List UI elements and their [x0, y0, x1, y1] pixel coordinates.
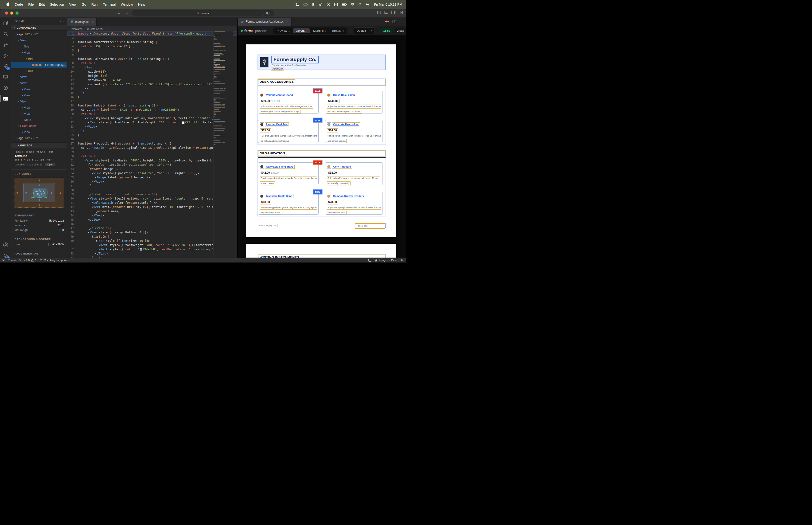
activity-explorer-icon[interactable]	[0, 18, 11, 28]
code-line[interactable]: 51 <Text style={{ fontWeight: 700, color…	[67, 243, 237, 247]
product-name-link[interactable]: Leather Desk Mat	[265, 122, 289, 126]
remote-indicator[interactable]: ><	[2, 259, 4, 261]
tab-forme-preview[interactable]: Forme: templates/catalog.tsx ×	[238, 18, 292, 26]
code-line[interactable]: 36 </View>	[67, 180, 237, 184]
sidebar-right-icon[interactable]	[392, 11, 395, 14]
menu-item-code[interactable]: Code	[12, 3, 26, 6]
code-line[interactable]: 53 </Text>	[67, 252, 237, 256]
tree-item-none[interactable]: None	[11, 117, 67, 123]
back-button[interactable]: ←	[118, 11, 121, 15]
code-editor[interactable]: 1import { Document, Page, View, Text, Sv…	[67, 31, 237, 261]
preview-canvas[interactable]: Forme Supply Co. Curated essentials for …	[238, 36, 406, 261]
code-line[interactable]: 25}	[67, 133, 237, 137]
code-line[interactable]: 41 <ColorSwatch color={product.color} />	[67, 201, 237, 205]
code-line[interactable]: 5}	[67, 48, 237, 52]
tree-item-view[interactable]: ▾View	[11, 99, 67, 105]
code-line[interactable]: 38	[67, 188, 237, 192]
code-line[interactable]: 28 const hasSale = product.originalPrice…	[67, 146, 237, 150]
tree-item-view[interactable]: ▾View	[11, 49, 67, 56]
code-line[interactable]: 33 {product.badge && (	[67, 167, 237, 171]
input-source-icon[interactable]: A	[334, 3, 338, 6]
control-center-icon[interactable]	[366, 3, 369, 6]
tree-item-view[interactable]: ▸View	[11, 92, 67, 99]
tree-item-text[interactable]: ▸Text	[11, 68, 67, 74]
play-circle-icon[interactable]	[326, 3, 330, 6]
extension-robot-icon[interactable]	[368, 259, 371, 262]
code-line[interactable]: 32 {/* Badge — absolutely positioned top…	[67, 163, 237, 167]
update-status[interactable]: Checking for updates...	[40, 259, 72, 261]
code-line[interactable]: 8 return (	[67, 61, 237, 65]
preview-tab-breaks[interactable]: Breaks4	[330, 28, 347, 33]
code-line[interactable]: 37 )}	[67, 184, 237, 188]
code-line[interactable]: 10 width={14}	[67, 70, 237, 74]
tree-item-view[interactable]: ▾View	[11, 38, 67, 44]
preview-tab-layout[interactable]: Layout2	[293, 28, 310, 33]
command-center-search[interactable]: forme	[132, 10, 274, 16]
code-line[interactable]: 26	[67, 137, 237, 141]
code-line[interactable]: 40 <View style={{ flexDirection: 'row', …	[67, 196, 237, 201]
code-line[interactable]: 17	[67, 99, 237, 103]
search-icon[interactable]	[358, 3, 362, 6]
code-line[interactable]: 21 <View style={{ backgroundColor: bg, b…	[67, 116, 237, 120]
activity-account-icon[interactable]	[0, 239, 11, 250]
product-name-link[interactable]: Stackable Filing Trays	[265, 165, 295, 169]
product-name-link[interactable]: Concrete Pen Holder	[332, 122, 360, 126]
activity-run-debug-icon[interactable]	[0, 50, 11, 61]
forward-button[interactable]: →	[125, 11, 129, 15]
tree-item-text[interactable]: ▾Text	[11, 56, 67, 62]
menu-item-selection[interactable]: Selection	[47, 3, 67, 6]
tree-item-page[interactable]: ▾Page612 x 792	[11, 135, 67, 141]
tree-item-view[interactable]: ▸View	[11, 105, 67, 111]
activity-remote-window-icon[interactable]	[0, 72, 11, 82]
activity-search-icon[interactable]	[0, 28, 11, 39]
activity-extensions-icon[interactable]: 1	[0, 61, 11, 72]
tree-item-view[interactable]: ▸View	[11, 86, 67, 92]
apple-icon[interactable]	[6, 2, 10, 7]
code-line[interactable]: 6	[67, 52, 237, 57]
code-line[interactable]: 18function Badge({ label }: { label: str…	[67, 103, 237, 108]
product-name-link[interactable]: Walnut Monitor Stand	[265, 93, 294, 97]
code-line[interactable]: 34 <View style={{ position: 'absolute', …	[67, 171, 237, 175]
activity-forme-icon[interactable]	[0, 93, 11, 104]
tree-item-textline[interactable]: TextLine"Forme Supply...	[11, 62, 67, 68]
code-line[interactable]: 44 </Text>	[67, 213, 237, 217]
zoom-button[interactable]	[16, 12, 18, 15]
code-line[interactable]: 48 <View style={{ marginBottom: 4 }}>	[67, 230, 237, 235]
activity-package-icon[interactable]	[0, 82, 11, 93]
code-line[interactable]: 22 <Text style={{ fontSize: 7, fontWeigh…	[67, 120, 237, 124]
code-line[interactable]: 45 </View>	[67, 217, 237, 222]
code-line[interactable]: 4 return `$${price.toFixed(2)}`;	[67, 44, 237, 48]
code-line[interactable]: 31 <View style={{ flexBasis: '48%', heig…	[67, 159, 237, 163]
code-line[interactable]: 29	[67, 150, 237, 154]
code-line[interactable]: 23 </View>	[67, 124, 237, 129]
code-line[interactable]: 20 return (	[67, 112, 237, 116]
inspector-source-link[interactable]: catalog.tsx:114:13	[15, 163, 43, 166]
menu-item-file[interactable]: File	[26, 3, 36, 6]
menu-item-run[interactable]: Run	[89, 3, 100, 6]
code-line[interactable]: 1import { Document, Page, View, Text, Sv…	[67, 31, 237, 36]
code-line[interactable]: 50 <Text style={{ fontSize: 10 }}>	[67, 239, 237, 243]
more-actions-icon[interactable]: ···	[399, 20, 403, 23]
close-icon[interactable]: ×	[286, 20, 288, 23]
docker-icon[interactable]	[295, 3, 300, 6]
tree-item-page[interactable]: ▾Page612 x 792	[11, 31, 67, 38]
code-line[interactable]: 7function ColorSwatch({ color }: { color…	[67, 57, 237, 61]
code-line[interactable]: 11 height={14}	[67, 74, 237, 78]
code-line[interactable]: 13 content={`<circle cx="7" cy="7" r="6"…	[67, 82, 237, 87]
code-line[interactable]: 46	[67, 222, 237, 226]
code-line[interactable]: 35 <Badge label={product.badge} />	[67, 175, 237, 180]
open-button[interactable]: Open	[45, 163, 56, 166]
menu-item-edit[interactable]: Edit	[36, 3, 47, 6]
tree-item-view[interactable]: ▾View	[11, 80, 67, 86]
code-line[interactable]: 16}	[67, 95, 237, 99]
activity-source-control-icon[interactable]	[0, 39, 11, 50]
pdf-pages-status[interactable]: 2 pages · 15ms	[375, 259, 397, 262]
menu-item-go[interactable]: Go	[79, 3, 89, 6]
menu-item-help[interactable]: Help	[136, 3, 148, 6]
shortcuts-icon[interactable]	[311, 3, 315, 6]
layout-toggle-button[interactable]: ▾	[263, 10, 274, 16]
components-section-header[interactable]: COMPONENTS	[11, 25, 67, 31]
code-line[interactable]: 3function formatPrice(price: number): st…	[67, 40, 237, 44]
product-name-link[interactable]: Cork Pinboard	[332, 165, 352, 169]
inspector-section-header[interactable]: INSPECTOR	[11, 142, 67, 148]
